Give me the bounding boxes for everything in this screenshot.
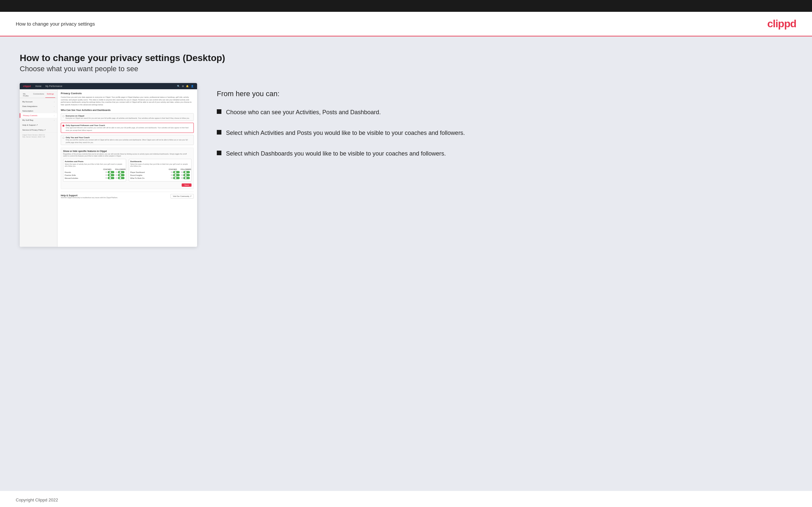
grid-icon[interactable]: ⊞ (182, 85, 184, 88)
tab-connections[interactable]: Connections (32, 92, 45, 98)
round-insights-coach-toggle-pill[interactable] (173, 174, 180, 176)
manual-followers-toggle[interactable]: ON (116, 177, 124, 179)
sidebar-item-subscription[interactable]: Subscription › (20, 109, 57, 113)
version-info: Clippd Client Version: 2022.8.2SQL Serve… (20, 132, 57, 139)
search-icon[interactable]: 🔍 (177, 85, 180, 88)
rounds-coach-toggle[interactable]: ON (105, 171, 114, 173)
what-followers-toggle[interactable]: ON (181, 177, 190, 179)
bullet-item-3: Select which Dashboards you would like t… (217, 149, 792, 158)
tab-my-profile[interactable]: My Profile (22, 92, 32, 98)
coaches-header: COACHES (103, 168, 112, 170)
chevron-right-icon: › (54, 105, 55, 107)
followers-header: FOLLOWERS (115, 168, 124, 170)
practice-followers-toggle-pill[interactable] (118, 174, 124, 176)
app-nav-icons: 🔍 ⊞ 🔔 👤 (177, 85, 194, 88)
rounds-followers-toggle[interactable]: ON (116, 171, 124, 173)
practice-drills-label: Practice Drills (65, 174, 76, 176)
section-desc: Control how you and your data appears to… (61, 96, 194, 106)
header: How to change your privacy settings clip… (0, 12, 812, 37)
manual-followers-toggle-pill[interactable] (118, 177, 124, 179)
bullet-item-1: Choose who can see your Activities, Post… (217, 108, 792, 117)
sidebar-item-my-account[interactable]: My Account › (20, 100, 57, 104)
player-dashboard-controls: ON ON (171, 171, 190, 173)
who-can-see-title: Who Can See Your Activities and Dashboar… (61, 109, 194, 111)
practice-coach-toggle-pill[interactable] (108, 174, 114, 176)
radio-label-everyone: Everyone on Clippd (66, 115, 190, 117)
sidebar-item-label: Help & Support ↗ (22, 124, 38, 126)
activities-col: Activities and Posts Select the types of… (63, 159, 126, 181)
header-title: How to change your privacy settings (16, 21, 95, 26)
nav-home[interactable]: Home (36, 85, 42, 87)
toggle-row-what-to-work-on: What To Work On ON (131, 177, 190, 179)
toggle-section: Show or hide specific features in Clippd… (61, 148, 194, 189)
save-button[interactable]: Save (182, 183, 192, 187)
manual-coach-toggle[interactable]: ON (105, 177, 114, 179)
user-icon[interactable]: 👤 (191, 85, 194, 88)
manual-activities-controls: ON ON (105, 177, 124, 179)
dashboards-col-title: Dashboards (131, 161, 190, 162)
bullet-square-1 (217, 109, 221, 114)
rounds-followers-toggle-pill[interactable] (118, 171, 124, 173)
visit-community-button[interactable]: Visit Our Community ↗ (170, 194, 194, 199)
radio-followers[interactable]: Only Approved Followers and Your Coach O… (61, 123, 194, 133)
bullet-text-1: Choose who can see your Activities, Post… (226, 108, 381, 117)
what-coach-toggle[interactable]: ON (171, 177, 180, 179)
radio-desc-followers: Only approved followers and coaches you … (66, 127, 189, 131)
radio-label-followers: Only Approved Followers and Your Coach (66, 124, 192, 126)
chevron-right-icon: › (54, 115, 55, 116)
bullet-list: Choose who can see your Activities, Post… (217, 108, 792, 158)
help-desc: Visit the Clippd community to troublesho… (61, 196, 118, 199)
bell-icon[interactable]: 🔔 (186, 85, 189, 88)
player-dashboard-label: Player Dashboard (131, 171, 145, 173)
round-insights-controls: ON ON (171, 174, 190, 176)
sidebar-item-my-golf-bag[interactable]: My Golf Bag › (20, 118, 57, 122)
sidebar-item-data-integrations[interactable]: Data Integrations › (20, 104, 57, 109)
app-navbar: clippd Home My Performance 🔍 ⊞ 🔔 👤 (20, 83, 197, 89)
activities-col-desc: Select the types of activity that you'd … (65, 163, 124, 167)
help-title: Help & Support (61, 194, 118, 196)
page-heading: How to change your privacy settings (Des… (20, 53, 792, 63)
sidebar-item-privacy-controls[interactable]: Privacy Controls › (20, 113, 57, 118)
chevron-right-icon: › (54, 110, 55, 112)
right-panel: From here you can: Choose who can see yo… (217, 83, 792, 170)
practice-drills-controls: ON ON (105, 174, 124, 176)
bullet-square-2 (217, 130, 221, 134)
manual-activities-label: Manual Activities (65, 177, 78, 179)
round-insights-followers-toggle-pill[interactable] (183, 174, 190, 176)
radio-everyone[interactable]: Everyone on Clippd Everyone on Clippd ca… (61, 113, 194, 121)
app-mockup: clippd Home My Performance 🔍 ⊞ 🔔 👤 (20, 83, 197, 247)
what-to-work-on-label: What To Work On (131, 177, 145, 179)
round-insights-coach-toggle[interactable]: ON (171, 174, 180, 176)
toggle-row-manual-activities: Manual Activities ON (65, 177, 124, 179)
player-dash-coach-toggle-pill[interactable] (173, 171, 180, 173)
radio-dot-everyone (62, 115, 64, 117)
bullet-square-3 (217, 151, 221, 155)
what-followers-toggle-pill[interactable] (183, 177, 190, 179)
bullet-text-2: Select which Activities and Posts you wo… (226, 129, 465, 137)
player-dash-followers-toggle[interactable]: ON (181, 171, 190, 173)
manual-coach-toggle-pill[interactable] (108, 177, 114, 179)
app-nav-links: Home My Performance (36, 85, 62, 87)
sidebar-item-help-support[interactable]: Help & Support ↗ (20, 122, 57, 127)
toggle-columns: Activities and Posts Select the types of… (63, 159, 192, 181)
round-insights-followers-toggle[interactable]: ON (181, 174, 190, 176)
toggle-row-player-dashboard: Player Dashboard ON (131, 171, 190, 173)
radio-dot-followers (62, 125, 64, 127)
radio-coach-only[interactable]: Only You and Your Coach Only you and the… (61, 135, 194, 145)
practice-followers-toggle[interactable]: ON (116, 174, 124, 176)
player-dash-coach-toggle[interactable]: ON (171, 171, 180, 173)
nav-performance[interactable]: My Performance (45, 85, 62, 87)
sidebar-item-service-privacy[interactable]: Service & Privacy Policy ↗ (20, 127, 57, 132)
rounds-coach-toggle-pill[interactable] (108, 171, 114, 173)
tab-settings[interactable]: Settings (45, 92, 55, 98)
sidebar-item-label: Subscription (22, 110, 33, 112)
activities-header-row: COACHES FOLLOWERS (65, 168, 124, 170)
practice-coach-toggle[interactable]: ON (105, 174, 114, 176)
app-body: My Profile Connections Settings My Accou… (20, 89, 197, 247)
rounds-label: Rounds (65, 171, 71, 173)
what-coach-toggle-pill[interactable] (173, 177, 180, 179)
chevron-right-icon: › (54, 119, 55, 121)
sidebar-item-label: My Golf Bag (22, 119, 33, 121)
radio-dot-coach-only (62, 137, 64, 139)
player-dash-followers-toggle-pill[interactable] (183, 171, 190, 173)
